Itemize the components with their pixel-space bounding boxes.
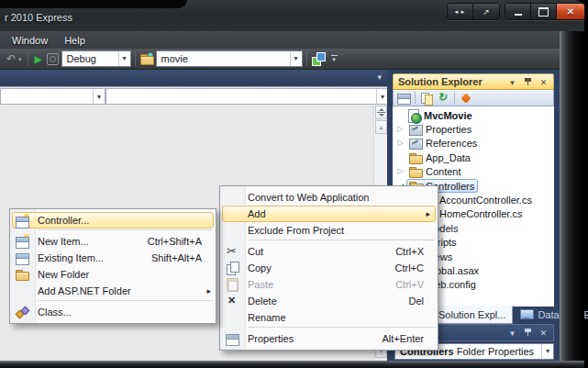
search-value: movie xyxy=(161,53,188,64)
undo-icon[interactable]: ↶ xyxy=(4,51,18,66)
tree-item-properties[interactable]: ▷ Properties xyxy=(393,122,554,136)
auto-hide-pin-icon[interactable] xyxy=(522,327,534,339)
properties-icon xyxy=(225,331,239,346)
menu-item-exclude-from-project[interactable]: Exclude From Project xyxy=(220,222,438,239)
new-item-icon xyxy=(15,234,29,249)
close-panel-icon[interactable] xyxy=(538,76,549,88)
menu-item-cut[interactable]: Cut Ctrl+X xyxy=(220,243,438,260)
toolbar-separator xyxy=(135,51,136,66)
window-position-icon[interactable] xyxy=(506,76,518,88)
background-window-edge xyxy=(0,0,187,8)
submenu-arrow-icon: ▸ xyxy=(202,286,211,296)
search-combobox[interactable]: movie xyxy=(156,50,303,67)
controller-icon xyxy=(15,214,29,229)
menu-item-delete[interactable]: Delete Del xyxy=(220,293,438,309)
menubar-item-window[interactable]: Window xyxy=(4,33,56,48)
close-button[interactable] xyxy=(557,4,584,19)
solution-explorer-title: Solution Explorer xyxy=(398,76,483,87)
menu-item-new-folder[interactable]: New Folder xyxy=(10,266,216,283)
find-in-folder-icon[interactable] xyxy=(139,51,154,66)
menu-item-rename[interactable]: Rename xyxy=(220,309,438,326)
toolbar-separator xyxy=(28,51,28,66)
tree-item-app-data[interactable]: App_Data xyxy=(393,151,554,164)
extension-icon[interactable] xyxy=(311,51,326,66)
chevron-down-icon[interactable] xyxy=(290,51,302,66)
menu-item-properties[interactable]: Properties Alt+Enter xyxy=(220,330,438,347)
add-submenu: Controller... New Item... Ctrl+Shift+A E… xyxy=(9,208,216,324)
folder-icon xyxy=(408,151,423,165)
window-frame-bottom xyxy=(0,361,584,368)
database-explorer-icon xyxy=(519,308,534,321)
popout-icon xyxy=(483,7,490,17)
tabstrip-chevron-icon[interactable] xyxy=(377,72,382,82)
copy-icon xyxy=(225,261,239,275)
screenshot: r 2010 Express WindowHelp ↶ ▾ ▶ Debug mo… xyxy=(0,0,588,368)
debug-configuration-combobox[interactable]: Debug xyxy=(61,50,131,67)
menu-item-paste[interactable]: Paste Ctrl+V xyxy=(220,276,438,293)
window-title: r 2010 Express xyxy=(5,12,72,23)
new-folder-icon xyxy=(15,267,29,282)
undo-dropdown-icon[interactable]: ▾ xyxy=(18,56,22,63)
submenu-arrow-icon: ▸ xyxy=(421,209,430,218)
toolbar-overflow-icon[interactable] xyxy=(331,55,338,62)
scroll-up-button[interactable] xyxy=(375,120,387,134)
dock-arrows-button[interactable] xyxy=(448,4,473,19)
menubar: WindowHelp xyxy=(0,31,584,49)
chevron-down-icon[interactable] xyxy=(541,344,553,359)
auto-hide-pin-icon[interactable] xyxy=(522,76,534,88)
debug-configuration-value: Debug xyxy=(67,53,96,64)
menu-item-copy[interactable]: Copy Ctrl+C xyxy=(220,260,438,276)
navigate-icon[interactable] xyxy=(45,51,60,66)
window-position-icon[interactable] xyxy=(506,327,518,339)
delete-icon xyxy=(225,294,239,308)
menu-item-existing-item[interactable]: Existing Item... Shift+Alt+A xyxy=(10,250,216,266)
chevron-down-icon[interactable] xyxy=(93,89,105,104)
caption-button-group-left xyxy=(447,3,500,20)
se-toolbar-properties[interactable] xyxy=(396,91,411,106)
menu-item-convert-to-web-application[interactable]: Convert to Web Application xyxy=(220,189,438,206)
se-toolbar-refresh[interactable] xyxy=(436,91,450,106)
context-menu: Convert to Web Application Add ▸ Exclude… xyxy=(219,185,438,351)
document-tabstrip xyxy=(0,70,389,86)
editor-navigation-bar xyxy=(0,86,389,105)
minimize-button[interactable] xyxy=(505,4,531,19)
run-icon[interactable]: ▶ xyxy=(32,54,45,64)
maximize-button[interactable] xyxy=(531,4,557,19)
menu-item-new-item[interactable]: New Item... Ctrl+Shift+A xyxy=(10,233,216,250)
menu-item-controller[interactable]: Controller... xyxy=(12,212,214,229)
se-toolbar-class-diagram[interactable] xyxy=(459,91,473,106)
folder-icon xyxy=(408,164,423,179)
solution-explorer-titlebar[interactable]: Solution Explorer xyxy=(393,73,554,90)
window-frame-right xyxy=(560,26,584,361)
tree-item-references[interactable]: ▷ References xyxy=(393,137,554,151)
menu-item-add-aspnet-folder[interactable]: Add ASP.NET Folder ▸ xyxy=(10,283,216,299)
popout-button[interactable] xyxy=(473,4,499,19)
tree-item-content[interactable]: ▷ Content xyxy=(393,165,554,179)
se-toolbar-separator xyxy=(454,92,455,104)
splitter-icon xyxy=(379,108,384,111)
expand-arrow-icon[interactable]: ▷ xyxy=(394,139,406,148)
close-icon xyxy=(567,6,574,17)
se-toolbar-separator xyxy=(415,92,416,104)
dock-arrows-icon xyxy=(454,7,467,16)
menu-item-add[interactable]: Add ▸ xyxy=(222,206,436,222)
references-icon xyxy=(408,136,423,151)
menu-item-class[interactable]: Class... xyxy=(10,304,216,320)
web-project-icon xyxy=(406,108,421,123)
types-combobox[interactable] xyxy=(0,88,105,105)
toolbar-separator xyxy=(306,51,307,66)
se-toolbar-show-all-files[interactable] xyxy=(419,91,434,106)
expand-arrow-icon[interactable]: ▷ xyxy=(394,125,406,134)
expand-arrow-icon[interactable]: ▷ xyxy=(394,167,406,176)
toolbar: ↶ ▾ ▶ Debug movie xyxy=(0,49,584,70)
splitter-handle[interactable] xyxy=(375,106,387,119)
close-panel-icon[interactable] xyxy=(538,327,549,339)
tree-item-mvcmovie[interactable]: MvcMovie xyxy=(393,108,554,122)
chevron-down-icon[interactable] xyxy=(118,51,130,66)
maximize-icon xyxy=(538,7,549,17)
caption-button-group-right xyxy=(505,3,585,20)
menubar-item-help[interactable]: Help xyxy=(56,33,94,48)
members-combobox[interactable] xyxy=(105,88,389,105)
existing-item-icon xyxy=(15,251,29,265)
paste-icon xyxy=(225,277,239,292)
